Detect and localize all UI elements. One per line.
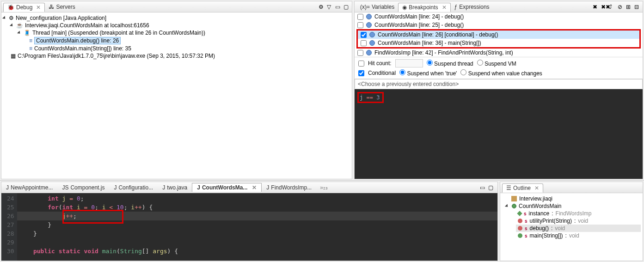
- outline-tabstrip: ☰Outline✕: [500, 182, 643, 193]
- breakpoint-icon: [366, 50, 372, 55]
- maximize-icon[interactable]: ▢: [488, 184, 495, 191]
- close-icon[interactable]: ✕: [252, 184, 257, 191]
- breakpoint-label: CountWordsMain [line: 26] [conditional] …: [378, 31, 498, 38]
- tab-servers[interactable]: 🖧 Servers: [45, 3, 79, 11]
- remove-all-icon[interactable]: ✖✖: [601, 4, 607, 10]
- breakpoint-checkbox[interactable]: [357, 50, 363, 56]
- hit-count-checkbox[interactable]: [358, 61, 364, 67]
- package-icon: [511, 196, 517, 201]
- debug-tree: ⚙New_configuration [Java Application] ☕I…: [1, 12, 352, 179]
- outline-member[interactable]: sinstance : FindWordsImp: [516, 210, 641, 217]
- breakpoint-checkbox[interactable]: [357, 14, 363, 20]
- conditional-checkbox[interactable]: [358, 70, 364, 76]
- java-file-icon: J: [162, 184, 165, 191]
- stackframe-1[interactable]: CountWordsMain.debug() line: 26: [34, 37, 121, 44]
- condition-editor[interactable]: j == 3: [355, 89, 643, 179]
- suspend-true-radio[interactable]: Suspend when 'true': [399, 69, 457, 77]
- skip-icon[interactable]: ⊘: [618, 4, 624, 10]
- suspend-thread-radio[interactable]: Suspend thread: [427, 60, 473, 67]
- tab-servers-label: Servers: [56, 4, 75, 10]
- outline-member-selected[interactable]: sdebug() : void: [516, 225, 641, 232]
- breakpoint-label: CountWordsMain [line: 24] - debug(): [374, 13, 464, 20]
- launch-config-label[interactable]: New_configuration [Java Application]: [16, 15, 106, 21]
- breakpoint-checkbox[interactable]: [361, 32, 367, 38]
- breakpoint-properties: Hit count: Suspend thread Suspend VM Con…: [355, 57, 643, 79]
- stackframe-2[interactable]: CountWordsMain.main(String[]) line: 35: [34, 45, 131, 52]
- tab-variables[interactable]: (x)=Variables: [356, 3, 398, 11]
- maximize-icon[interactable]: ▢: [343, 4, 350, 10]
- remove-icon[interactable]: ✖: [593, 4, 599, 10]
- editor-tab[interactable]: JFindWordsImp...: [262, 183, 316, 192]
- debug-panel: 🐞 Debug ✕ 🖧 Servers ⚙ ▽ ▭ ▢ ⚙New_configu…: [1, 1, 352, 179]
- code-content[interactable]: int j = 0; for(int i = 0; i < 10; i++) {…: [17, 193, 497, 261]
- breakpoint-row[interactable]: CountWordsMain [line: 24] - debug(): [355, 12, 643, 21]
- editor-panel: JNewAppointme... JSComponent.js JConfigu…: [1, 182, 498, 261]
- variables-icon: (x)=: [360, 4, 370, 10]
- runtime-label[interactable]: C:\Program Files\Java\jdk1.7.0_75\jre\bi…: [18, 53, 215, 59]
- outline-member[interactable]: sutilityPrint(String) : void: [516, 217, 641, 225]
- twisty-icon[interactable]: [2, 16, 6, 20]
- tab-debug-label: Debug: [16, 4, 32, 11]
- method-icon: [518, 233, 522, 238]
- minimize-icon[interactable]: ▭: [335, 4, 342, 10]
- breakpoint-icon: [369, 40, 375, 46]
- previous-condition-dropdown[interactable]: <Choose a previously entered condition>: [355, 79, 643, 89]
- hit-count-input[interactable]: [395, 59, 423, 67]
- expressions-icon: ƒ: [454, 4, 458, 10]
- method-icon: [518, 226, 522, 231]
- java-file-icon: J: [197, 184, 200, 191]
- static-decorator-icon: s: [525, 219, 527, 224]
- code-editor[interactable]: 24 25 26 27 28 29 30 int j = 0; for(int …: [1, 193, 497, 261]
- suspend-change-radio[interactable]: Suspend when value changes: [460, 69, 542, 77]
- outline-member[interactable]: smain(String[]) : void: [516, 232, 641, 239]
- twisty-icon[interactable]: [505, 204, 509, 208]
- close-icon[interactable]: ✕: [534, 185, 539, 191]
- outline-class[interactable]: CountWordsMain: [504, 202, 641, 210]
- editor-tab-active[interactable]: JCountWordsMa...✕: [192, 183, 262, 192]
- debug-tabstrip: 🐞 Debug ✕ 🖧 Servers ⚙ ▽ ▭ ▢: [1, 1, 352, 12]
- outline-package[interactable]: Interview.jiaqi: [509, 195, 641, 202]
- editor-tab[interactable]: Jtwo.java: [158, 183, 192, 192]
- editor-tab[interactable]: JConfiguratio...: [109, 183, 158, 192]
- breakpoints-list: CountWordsMain [line: 24] - debug() Coun…: [355, 12, 643, 57]
- editor-tabstrip: JNewAppointme... JSComponent.js JConfigu…: [1, 182, 497, 193]
- breakpoint-row[interactable]: CountWordsMain [line: 36] - main(String[…: [358, 39, 639, 47]
- thread-label[interactable]: Thread [main] (Suspended (breakpoint at …: [32, 30, 205, 36]
- hit-count-label: Hit count:: [368, 60, 392, 67]
- condition-op: ==: [366, 94, 373, 101]
- java-file-icon: J: [266, 184, 269, 191]
- breakpoint-checkbox[interactable]: [361, 40, 367, 46]
- tab-expressions[interactable]: ƒExpressions: [451, 3, 493, 11]
- breakpoint-icon: [366, 14, 372, 19]
- breakpoint-row[interactable]: CountWordsMain [line: 25] - debug(): [355, 21, 643, 29]
- collapse-icon[interactable]: ⊟: [634, 4, 641, 10]
- editor-tab[interactable]: JNewAppointme...: [1, 183, 57, 192]
- close-icon[interactable]: ✕: [36, 4, 41, 11]
- view-menu-icon[interactable]: ▽: [327, 4, 333, 10]
- breakpoint-row[interactable]: FindWordsImp [line: 42] - FindAndPrintWo…: [355, 49, 643, 57]
- goto-icon[interactable]: ⤴: [609, 4, 616, 10]
- process-label[interactable]: Interview.jiaqi.CountWordsMain at localh…: [25, 22, 149, 29]
- suspend-vm-radio[interactable]: Suspend VM: [477, 60, 516, 67]
- debug-icon: 🐞: [7, 4, 14, 11]
- breakpoint-row-selected[interactable]: CountWordsMain [line: 26] [conditional] …: [358, 30, 639, 39]
- close-icon[interactable]: ✕: [442, 4, 447, 11]
- minimize-icon[interactable]: ▭: [480, 184, 486, 191]
- runtime-icon: ▦: [11, 53, 16, 59]
- field-icon: [517, 211, 522, 216]
- breakpoint-checkbox[interactable]: [357, 22, 363, 28]
- launch-config-icon: ⚙: [9, 15, 14, 21]
- stackframe-icon: ≡: [29, 37, 32, 44]
- conditional-label: Conditional: [368, 70, 396, 76]
- servers-icon: 🖧: [49, 4, 54, 10]
- tab-debug[interactable]: 🐞 Debug ✕: [3, 3, 45, 12]
- tab-outline[interactable]: ☰Outline✕: [502, 183, 543, 193]
- class-icon: [512, 204, 516, 208]
- tab-breakpoints[interactable]: ◉Breakpoints✕: [398, 3, 450, 12]
- twisty-icon[interactable]: [17, 30, 21, 35]
- more-tabs[interactable]: »₂₃: [320, 184, 328, 191]
- debug-toolbar-icon[interactable]: ⚙: [319, 4, 325, 10]
- expand-icon[interactable]: ⊞: [626, 4, 632, 10]
- editor-tab[interactable]: JSComponent.js: [57, 183, 109, 192]
- twisty-icon[interactable]: [10, 23, 14, 27]
